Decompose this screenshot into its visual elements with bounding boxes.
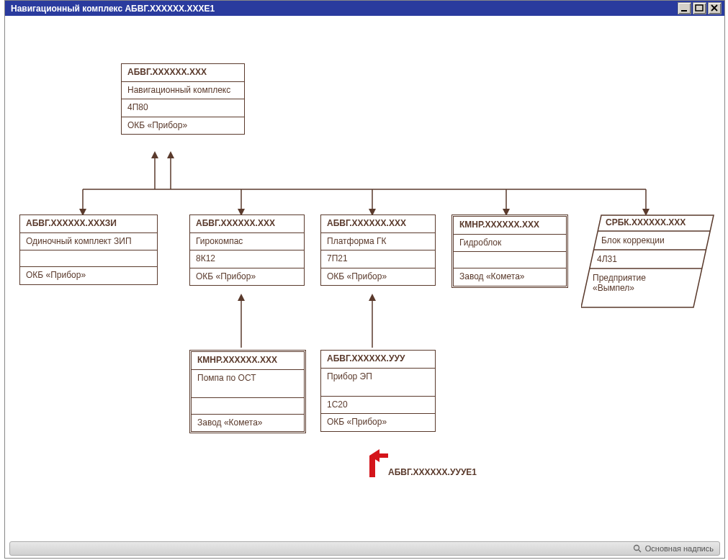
node-code: АБВГ.ХХХХХХ.УУУ [321, 351, 435, 368]
maximize-button[interactable] [693, 2, 706, 14]
status-bar: Основная надпись [9, 541, 720, 556]
node-desc: Блок коррекции [601, 235, 665, 245]
status-text[interactable]: Основная надпись [645, 544, 714, 553]
node-root[interactable]: АБВГ.ХХХХХХ.ХХХ Навигационный комплекс 4… [121, 63, 245, 135]
node-desc: Помпа по ОСТ [192, 369, 304, 397]
node-desc: Прибор ЭП [321, 368, 435, 396]
node-num: 4П80 [122, 99, 244, 117]
diagram-canvas: АБВГ.ХХХХХХ.ХХХ Навигационный комплекс 4… [5, 17, 724, 541]
node-desc: Гирокомпас [190, 232, 304, 250]
node-mfr: Завод «Комета» [454, 268, 566, 286]
app-window: Навигационный комплекс АБВГ.ХХХХХХ.ХХХЕ1 [4, 0, 725, 559]
search-icon [633, 544, 642, 553]
node-num [192, 397, 304, 414]
node-n6[interactable]: КМНР.ХХХХХХ.ХХХ Помпа по ОСТ Завод «Коме… [189, 350, 306, 433]
title-bar: Навигационный комплекс АБВГ.ХХХХХХ.ХХХЕ1 [5, 1, 724, 16]
node-code: АБВГ.ХХХХХХ.ХХХ [190, 215, 304, 232]
node-n7[interactable]: АБВГ.ХХХХХХ.УУУ Прибор ЭП 1С20 ОКБ «Приб… [320, 350, 436, 432]
node-mfr: ОКБ «Прибор» [321, 268, 435, 286]
node-code: АБВГ.ХХХХХХ.ХХХ [321, 215, 435, 232]
node-code: КМНР.ХХХХХХ.ХХХ [454, 217, 566, 234]
node-mfr: ОКБ «Прибор» [190, 268, 304, 286]
node-num [20, 250, 157, 266]
node-n2[interactable]: АБВГ.ХХХХХХ.ХХХ Гирокомпас 8К12 ОКБ «При… [189, 214, 305, 286]
node-code: АБВГ.ХХХХХХ.ХХХЗИ [20, 215, 157, 232]
node-mfr: Завод «Комета» [192, 414, 304, 432]
node-num [454, 251, 566, 268]
node-mfr: Предприятие «Вымпел» [593, 273, 679, 293]
node-mfr: ОКБ «Прибор» [321, 413, 435, 431]
node-desc: Одиночный комплект ЗИП [20, 232, 157, 250]
svg-line-20 [639, 550, 641, 552]
node-num: 4Л31 [597, 254, 617, 264]
node-mfr: ОКБ «Прибор» [122, 117, 244, 135]
node-num: 7П21 [321, 250, 435, 268]
minimize-button[interactable] [678, 2, 691, 14]
node-n5[interactable]: СРБК.ХХХХХХ.ХХХ Блок коррекции 4Л31 Пред… [581, 214, 714, 308]
node-code: КМНР.ХХХХХХ.ХХХ [192, 352, 304, 369]
node-code: АБВГ.ХХХХХХ.ХХХ [122, 64, 244, 81]
node-num: 1С20 [321, 396, 435, 414]
node-num: 8К12 [190, 250, 304, 268]
close-button[interactable] [708, 2, 722, 14]
node-desc: Навигационный комплекс [122, 81, 244, 99]
window-title: Навигационный комплекс АБВГ.ХХХХХХ.ХХХЕ1 [11, 4, 215, 14]
node-code: СРБК.ХХХХХХ.ХХХ [606, 217, 686, 227]
callout-label: АБВГ.ХХХХХХ.УУУЕ1 [388, 467, 477, 477]
node-mfr: ОКБ «Прибор» [20, 266, 157, 284]
node-n3[interactable]: АБВГ.ХХХХХХ.ХХХ Платформа ГК 7П21 ОКБ «П… [320, 214, 436, 286]
node-n1[interactable]: АБВГ.ХХХХХХ.ХХХЗИ Одиночный комплект ЗИП… [19, 214, 158, 285]
node-n4[interactable]: КМНР.ХХХХХХ.ХХХ Гидроблок Завод «Комета» [451, 214, 568, 288]
node-desc: Платформа ГК [321, 232, 435, 250]
svg-rect-1 [696, 5, 703, 11]
window-controls [678, 2, 722, 14]
svg-point-19 [634, 546, 639, 551]
node-desc: Гидроблок [454, 234, 566, 252]
